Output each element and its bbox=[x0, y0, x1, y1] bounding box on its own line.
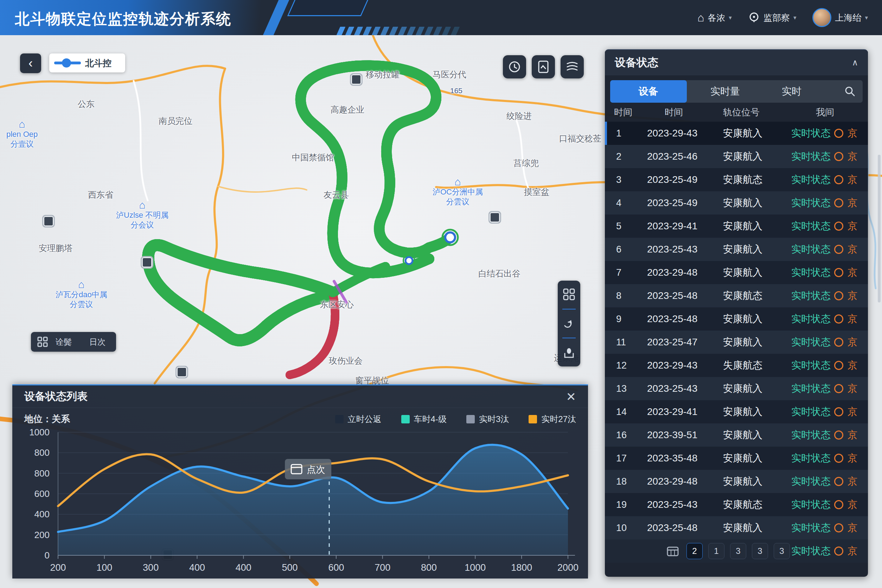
legend-swatch bbox=[401, 415, 410, 423]
menu-home[interactable]: ⌂ 各浓 ▾ bbox=[698, 12, 732, 24]
row-name: 安康航入 bbox=[723, 243, 762, 256]
page-button-3[interactable]: 3 bbox=[730, 543, 746, 559]
table-row[interactable]: 62023-25-43安康航入实时状态京 bbox=[605, 238, 868, 261]
map-place-label: 西东省 bbox=[88, 189, 113, 201]
tab-1[interactable]: 实时量 bbox=[687, 80, 764, 103]
map-place-label: 南员完位 bbox=[159, 116, 192, 127]
pagination: 21333 bbox=[664, 543, 790, 559]
row-name: 安康航入 bbox=[723, 266, 762, 279]
chevron-down-icon: ▾ bbox=[865, 14, 868, 21]
row-status-tag: 京 bbox=[848, 452, 857, 465]
locate-button[interactable] bbox=[562, 346, 575, 359]
search-button[interactable] bbox=[844, 86, 856, 99]
table-row[interactable]: 32023-25-49安康航态实时状态京 bbox=[605, 168, 868, 191]
chart-subtitle: 地位：关系 bbox=[24, 413, 70, 425]
svg-text:2000: 2000 bbox=[557, 562, 579, 573]
area-chart[interactable]: 1000800800600400200020010030040040050060… bbox=[12, 425, 588, 576]
map-control-daily[interactable]: 日次 bbox=[89, 336, 105, 348]
table-row[interactable]: 182023-29-48安康航入实时状态京 bbox=[605, 470, 868, 493]
status-ring-icon bbox=[834, 291, 843, 300]
legend-label: 实时27汰 bbox=[541, 414, 576, 425]
map-scrollbar[interactable] bbox=[878, 155, 880, 303]
row-status-label: 实时状态 bbox=[791, 219, 831, 233]
svg-text:400: 400 bbox=[236, 562, 252, 573]
legend-item[interactable]: 立时公返 bbox=[335, 414, 382, 425]
table-row[interactable]: 42023-25-49安康航入实时状态京 bbox=[605, 191, 868, 214]
row-status-tag: 京 bbox=[848, 475, 857, 488]
header-deco-outline bbox=[287, 0, 370, 16]
back-button[interactable]: ‹ bbox=[20, 54, 41, 73]
row-index: 9 bbox=[616, 314, 621, 325]
page-button-1[interactable]: 1 bbox=[708, 543, 724, 559]
table-row[interactable]: 92023-25-48安康航入实时状态京 bbox=[605, 308, 868, 331]
row-status-label: 实时状态 bbox=[791, 428, 831, 442]
map-place-label: 165 bbox=[450, 87, 462, 95]
close-icon[interactable]: ✕ bbox=[566, 391, 576, 403]
table-row[interactable]: 132023-25-43安康航入实时状态京 bbox=[605, 377, 868, 400]
table-row[interactable]: 72023-29-48安康航入实时状态京 bbox=[605, 261, 868, 284]
table-row[interactable]: 82023-25-48安康航态实时状态京 bbox=[605, 284, 868, 308]
report-button[interactable] bbox=[532, 55, 555, 78]
row-index: 3 bbox=[616, 174, 621, 185]
table-row[interactable]: 22023-25-46安康航入实时状态京 bbox=[605, 145, 868, 168]
map-place-label: 公东 bbox=[78, 99, 94, 110]
row-date: 2023-25-43 bbox=[647, 244, 698, 255]
avatar bbox=[812, 8, 831, 27]
table-row[interactable]: 52023-29-41安康航入实时状态京 bbox=[605, 214, 868, 238]
row-index: 5 bbox=[616, 221, 621, 232]
status-ring-icon bbox=[834, 222, 843, 231]
grid-view-button[interactable] bbox=[562, 288, 575, 301]
device-status-list-panel: 设备状态列表 ✕ 地位：关系 立时公返车时4-级实时3汰实时27汰 100080… bbox=[12, 384, 588, 579]
row-date: 2023-29-43 bbox=[647, 360, 698, 371]
divider bbox=[562, 338, 576, 338]
history-button[interactable] bbox=[503, 55, 526, 78]
legend-item[interactable]: 实时27汰 bbox=[529, 414, 576, 425]
row-date: 2023-25-43 bbox=[647, 499, 698, 510]
clock-icon bbox=[508, 60, 521, 74]
svg-text:600: 600 bbox=[328, 562, 344, 573]
map-place-label: 摸室盆 bbox=[524, 186, 549, 198]
row-name: 安康航入 bbox=[723, 150, 762, 163]
chevron-down-icon: ▾ bbox=[794, 14, 796, 21]
table-row[interactable]: 122023-29-43失康航态实时状态京 bbox=[605, 354, 868, 377]
menu-user[interactable]: 上海绐 ▾ bbox=[812, 8, 868, 27]
row-status-tag: 京 bbox=[848, 405, 857, 418]
row-name: 安康航入 bbox=[723, 312, 762, 326]
chart-tooltip: 点次 bbox=[285, 459, 331, 479]
table-row[interactable]: 142023-29-41安康航入实时状态京 bbox=[605, 400, 868, 423]
route-tool-button[interactable] bbox=[562, 317, 575, 330]
collapse-chevron-icon[interactable]: ∧ bbox=[852, 58, 858, 68]
menu-home-label: 各浓 bbox=[708, 12, 725, 24]
legend-item[interactable]: 车时4-级 bbox=[401, 414, 447, 425]
row-index: 17 bbox=[616, 453, 627, 464]
row-status-tag: 京 bbox=[848, 521, 857, 534]
tab-2[interactable]: 实时 bbox=[764, 80, 820, 103]
row-date: 2023-25-47 bbox=[647, 336, 698, 348]
row-index: 11 bbox=[616, 337, 626, 348]
table-row[interactable]: 12023-29-43安康航入实时状态京 bbox=[605, 122, 868, 145]
legend-item[interactable]: 实时3汰 bbox=[466, 414, 509, 425]
table-row[interactable]: 112023-25-47安康航入实时状态京 bbox=[605, 331, 868, 354]
device-tabs: 设备实时量实时 bbox=[610, 80, 862, 103]
table-row[interactable]: 172023-35-48安康航入实时状态京 bbox=[605, 447, 868, 470]
table-row[interactable]: 192023-25-43安康航态实时状态京 bbox=[605, 493, 868, 516]
route-toggle-pill[interactable]: 北斗控 bbox=[49, 54, 125, 72]
row-index: 2 bbox=[616, 151, 621, 162]
route-slider-icon bbox=[54, 62, 81, 64]
table-row[interactable]: 162023-39-51安康航入实时状态京 bbox=[605, 423, 868, 447]
tab-0[interactable]: 设备 bbox=[610, 80, 687, 103]
menu-monitor[interactable]: 监部察 ▾ bbox=[748, 12, 796, 24]
page-button-2[interactable]: 2 bbox=[687, 543, 703, 559]
map-control-track[interactable]: 诠鬓 bbox=[56, 336, 72, 348]
row-status-tag: 京 bbox=[848, 219, 857, 233]
pagination-menu-button[interactable] bbox=[664, 543, 681, 559]
row-status-label: 实时状态 bbox=[791, 475, 831, 488]
row-status-label: 实时状态 bbox=[791, 336, 831, 349]
page-button-3[interactable]: 3 bbox=[752, 543, 768, 559]
table-row[interactable]: 102023-25-48安康航入实时状态京 bbox=[605, 516, 868, 540]
map-place-label: 移动拉罐 bbox=[366, 69, 399, 80]
page-button-3[interactable]: 3 bbox=[774, 543, 790, 559]
row-index: 19 bbox=[616, 500, 627, 510]
map-poi-label: ⌂泸OC分洲中属分雲议 bbox=[432, 177, 483, 206]
layers-button[interactable] bbox=[561, 55, 584, 78]
